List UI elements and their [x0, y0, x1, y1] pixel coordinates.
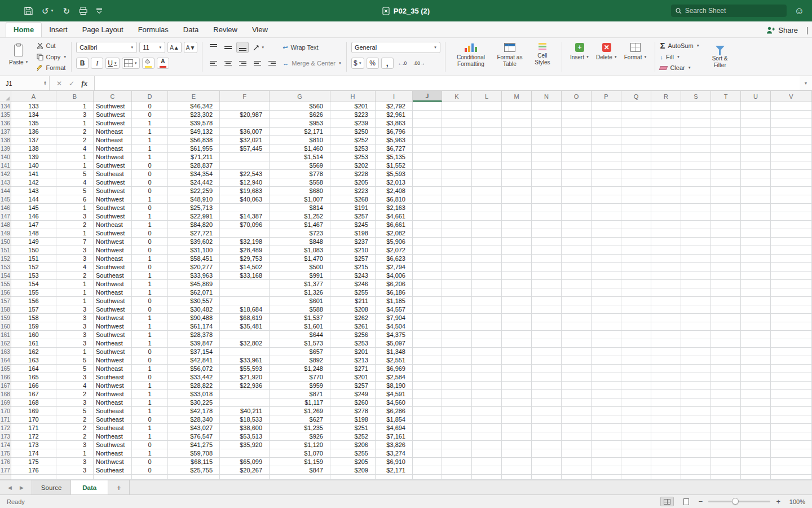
cell-N156[interactable] [532, 288, 562, 297]
cell-C148[interactable]: Northeast [94, 221, 132, 229]
cell-T172[interactable] [711, 424, 741, 432]
cell-I166[interactable]: $2,584 [376, 373, 413, 382]
cell-L[interactable] [472, 475, 502, 480]
cell-D151[interactable]: 0 [132, 246, 168, 255]
cell-H[interactable] [330, 475, 376, 480]
cell-A171[interactable]: 170 [11, 415, 56, 424]
cell-P148[interactable] [592, 221, 621, 229]
cell-T165[interactable] [711, 365, 741, 373]
cell-H134[interactable]: $201 [330, 102, 376, 111]
cell-J173[interactable] [413, 432, 442, 441]
cell-F164[interactable]: $33,961 [220, 356, 270, 365]
cell-D143[interactable]: 0 [132, 178, 168, 187]
cell-I137[interactable]: $6,796 [376, 128, 413, 136]
bold-button[interactable]: B [76, 58, 89, 69]
cell-Q136[interactable] [621, 119, 651, 128]
cell-T151[interactable] [711, 246, 741, 255]
cell-K156[interactable] [442, 288, 472, 297]
cell-H167[interactable]: $257 [330, 382, 376, 390]
column-header-G[interactable]: G [270, 91, 330, 102]
cell-F177[interactable]: $20,267 [220, 466, 270, 475]
prev-sheet-button[interactable]: ◀ [8, 485, 12, 491]
cell-G155[interactable]: $1,377 [270, 280, 330, 288]
cell-D169[interactable]: 1 [132, 398, 168, 407]
cell-D168[interactable]: 1 [132, 390, 168, 398]
cell-H144[interactable]: $223 [330, 187, 376, 195]
cell-I154[interactable]: $4,006 [376, 271, 413, 280]
cell-A150[interactable]: 149 [11, 238, 56, 246]
cell-L176[interactable] [472, 458, 502, 466]
cell-B175[interactable]: 1 [56, 449, 94, 458]
cell-F139[interactable]: $57,445 [220, 144, 270, 153]
cell-F169[interactable] [220, 398, 270, 407]
cell-N170[interactable] [532, 407, 562, 415]
cell-N161[interactable] [532, 331, 562, 339]
cell-H154[interactable]: $243 [330, 271, 376, 280]
cell-M152[interactable] [502, 255, 532, 263]
cell-P163[interactable] [592, 348, 621, 356]
cell-U163[interactable] [741, 348, 771, 356]
cell-T163[interactable] [711, 348, 741, 356]
cell-K169[interactable] [442, 398, 472, 407]
cell-V176[interactable] [771, 458, 812, 466]
cell-B154[interactable]: 2 [56, 271, 94, 280]
cell-O175[interactable] [562, 449, 592, 458]
cell-G165[interactable]: $1,248 [270, 365, 330, 373]
cell-F155[interactable] [220, 280, 270, 288]
zoom-in-button[interactable]: + [776, 498, 780, 505]
cell-S160[interactable] [681, 322, 711, 331]
column-header-I[interactable]: I [376, 91, 413, 102]
cell-D176[interactable]: 0 [132, 458, 168, 466]
cell-G162[interactable]: $1,573 [270, 339, 330, 348]
cell-M145[interactable] [502, 195, 532, 204]
cell-C146[interactable]: Southwest [94, 204, 132, 212]
cell-T161[interactable] [711, 331, 741, 339]
column-header-C[interactable]: C [94, 91, 132, 102]
cell-Q154[interactable] [621, 271, 651, 280]
cell-C171[interactable]: Southeast [94, 415, 132, 424]
cell-G161[interactable]: $644 [270, 331, 330, 339]
cell-U165[interactable] [741, 365, 771, 373]
cell-H168[interactable]: $249 [330, 390, 376, 398]
cell-P141[interactable] [592, 161, 621, 170]
cell-B156[interactable]: 1 [56, 288, 94, 297]
cell-C156[interactable]: Northeast [94, 288, 132, 297]
sheet-tab-source[interactable]: Source [32, 480, 71, 494]
cell-C[interactable] [94, 475, 132, 480]
cell-L147[interactable] [472, 212, 502, 221]
cell-K175[interactable] [442, 449, 472, 458]
cell-P140[interactable] [592, 153, 621, 161]
cell-K134[interactable] [442, 102, 472, 111]
cell-Q170[interactable] [621, 407, 651, 415]
cell-K155[interactable] [442, 280, 472, 288]
cell-P[interactable] [592, 475, 621, 480]
cell-E141[interactable]: $28,837 [168, 161, 220, 170]
cell-E164[interactable]: $42,841 [168, 356, 220, 365]
cell-H135[interactable]: $223 [330, 111, 376, 119]
cell-L148[interactable] [472, 221, 502, 229]
cell-C173[interactable]: Northeast [94, 432, 132, 441]
cell-C165[interactable]: Northeast [94, 365, 132, 373]
cell-P147[interactable] [592, 212, 621, 221]
cell-S145[interactable] [681, 195, 711, 204]
cell-G151[interactable]: $1,083 [270, 246, 330, 255]
cell-P161[interactable] [592, 331, 621, 339]
cell-N172[interactable] [532, 424, 562, 432]
cell-I158[interactable]: $4,557 [376, 305, 413, 314]
zoom-slider[interactable] [708, 501, 770, 502]
cell-G171[interactable]: $627 [270, 415, 330, 424]
row-header-175[interactable]: 175 [0, 449, 11, 458]
cell-O170[interactable] [562, 407, 592, 415]
cell-P136[interactable] [592, 119, 621, 128]
cell-A164[interactable]: 163 [11, 356, 56, 365]
cell-O139[interactable] [562, 144, 592, 153]
cell-G153[interactable]: $500 [270, 263, 330, 271]
cell-D157[interactable]: 0 [132, 297, 168, 305]
cell-C139[interactable]: Northeast [94, 144, 132, 153]
cell-G163[interactable]: $657 [270, 348, 330, 356]
cell-S159[interactable] [681, 314, 711, 322]
cell-E134[interactable]: $46,342 [168, 102, 220, 111]
cell-V160[interactable] [771, 322, 812, 331]
cell-K165[interactable] [442, 365, 472, 373]
cell-F171[interactable]: $18,533 [220, 415, 270, 424]
